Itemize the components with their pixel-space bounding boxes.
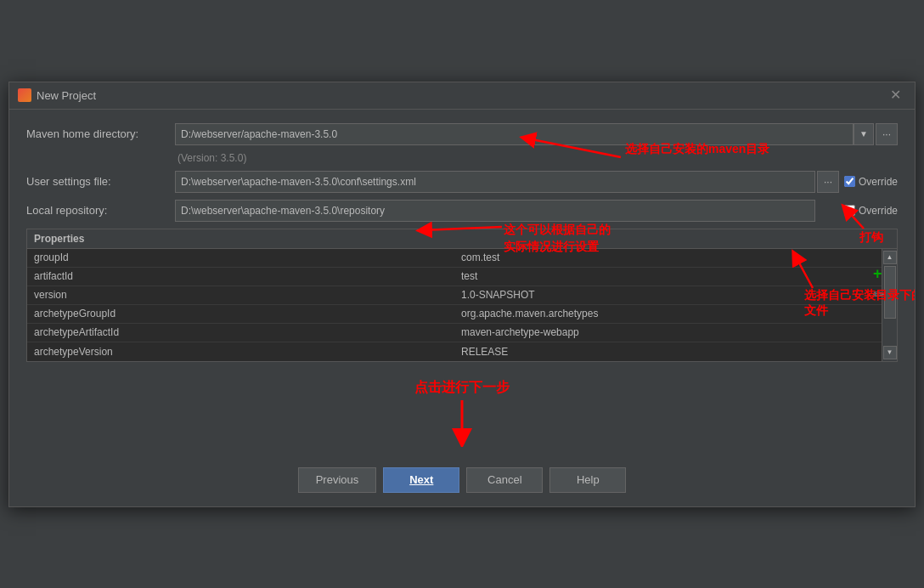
maven-home-input-group: ▼ ···	[175, 123, 898, 145]
maven-home-label: Maven home directory:	[26, 127, 175, 140]
user-settings-label: User settings file:	[26, 175, 175, 188]
properties-content: groupId com.test artifactId test version…	[27, 249, 882, 361]
maven-home-dropdown-button[interactable]: ▼	[854, 123, 874, 145]
prop-value: 1.0-SNAPSHOT	[454, 286, 882, 303]
dialog-content: Maven home directory: ▼ ··· (Version: 3.…	[9, 110, 915, 370]
override2-checkbox[interactable]	[844, 205, 855, 216]
override1-label: Override	[859, 176, 898, 188]
properties-scroll-area: groupId com.test artifactId test version…	[27, 249, 897, 361]
maven-version-text: (Version: 3.5.0)	[177, 152, 898, 164]
prop-key: archetypeVersion	[27, 343, 454, 360]
intellij-icon	[18, 88, 31, 102]
maven-home-more-button[interactable]: ···	[876, 123, 898, 145]
table-row: archetypeVersion RELEASE	[27, 342, 882, 361]
user-settings-browse-button[interactable]: ···	[817, 171, 839, 193]
dialog-title: New Project	[37, 89, 96, 102]
cancel-button[interactable]: Cancel	[466, 467, 543, 493]
user-settings-row: User settings file: ··· Override	[26, 171, 898, 193]
maven-home-row: Maven home directory: ▼ ···	[26, 123, 898, 145]
new-project-dialog: New Project ✕ Maven home directory: ▼ ··…	[8, 82, 916, 507]
table-row: artifactId test	[27, 268, 882, 286]
add-property-icon[interactable]: +	[873, 265, 884, 283]
prop-value: maven-archetype-webapp	[454, 324, 882, 341]
prop-key: archetypeArtifactId	[27, 324, 454, 341]
local-repo-input[interactable]	[175, 200, 815, 222]
prop-key: groupId	[27, 249, 454, 266]
user-settings-input-group: ··· Override	[175, 171, 898, 193]
prop-key: version	[27, 286, 454, 303]
table-row: archetypeArtifactId maven-archetype-weba…	[27, 324, 882, 342]
prop-key: archetypeGroupId	[27, 305, 454, 322]
prop-key: artifactId	[27, 268, 454, 285]
override1-checkbox[interactable]	[844, 176, 855, 187]
bottom-area: 点击进行下一步 Previous Next Cancel Help	[9, 370, 915, 506]
prop-value: com.test	[454, 249, 882, 266]
table-row: version 1.0-SNAPSHOT	[27, 286, 882, 305]
local-repo-row: Local repository: ··· Override	[26, 200, 898, 222]
titlebar: New Project ✕	[9, 82, 915, 110]
user-settings-input[interactable]	[175, 171, 815, 193]
properties-header: Properties	[27, 229, 897, 249]
next-step-arrow	[437, 400, 487, 447]
table-row: groupId com.test	[27, 249, 882, 268]
override2-label: Override	[859, 205, 898, 217]
scroll-up-button[interactable]: ▲	[883, 251, 897, 264]
previous-button[interactable]: Previous	[298, 467, 377, 493]
edit-property-icon[interactable]: ✏	[873, 286, 884, 302]
prop-value: org.apache.maven.archetypes	[454, 305, 882, 322]
close-button[interactable]: ✕	[885, 87, 906, 104]
scroll-down-button[interactable]: ▼	[883, 346, 897, 359]
table-row: archetypeGroupId org.apache.maven.archet…	[27, 305, 882, 324]
override2-group: Override	[844, 205, 898, 217]
next-button[interactable]: Next	[383, 467, 459, 493]
override1-group: Override	[844, 176, 898, 188]
local-repo-input-group: ··· Override	[175, 200, 898, 222]
help-button[interactable]: Help	[549, 467, 626, 493]
prop-value: test	[454, 268, 882, 285]
local-repo-label: Local repository:	[26, 204, 175, 217]
properties-section: Properties groupId com.test artifactId t…	[26, 229, 898, 362]
next-step-annotation: 点击进行下一步	[414, 379, 510, 397]
maven-home-input[interactable]	[175, 123, 854, 145]
button-row: Previous Next Cancel Help	[9, 467, 915, 493]
scrollbar-thumb[interactable]	[884, 266, 896, 319]
prop-value: RELEASE	[454, 343, 882, 360]
titlebar-left: New Project	[18, 88, 96, 102]
